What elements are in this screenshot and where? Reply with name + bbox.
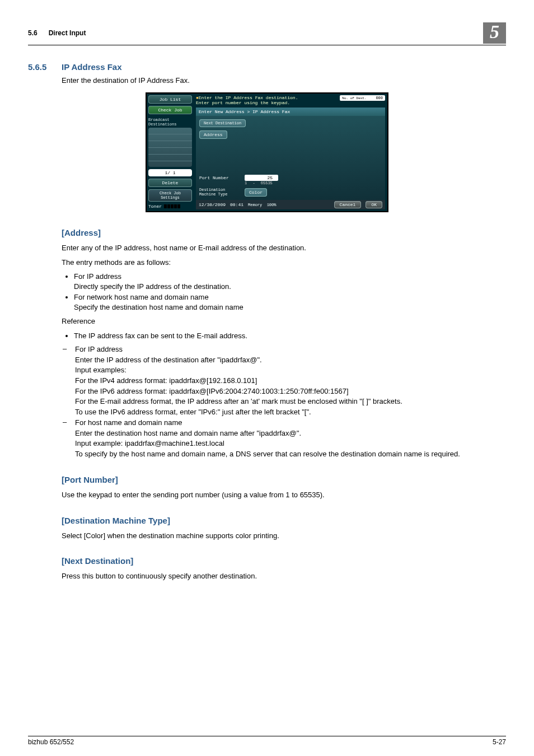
list-item: For IP address Directly specify the IP a… [74,272,506,291]
dmt-heading: [Destination Machine Type] [62,516,506,525]
list-item: – For IP address Enter the IP address of… [63,344,506,417]
dmt-content: Select [Color] when the destination mach… [62,531,506,541]
toner-bars-icon [164,204,180,208]
page-number: 5-27 [493,738,506,746]
next-destination-button[interactable]: Next Destination [199,119,246,127]
page-header: 5.6 Direct Input 5 [28,22,506,45]
dmt-button[interactable]: Color [245,188,267,197]
nextdest-content: Press this button to continuously specif… [62,571,506,581]
cancel-button[interactable]: Cancel [334,201,362,208]
breadcrumb: Enter New Address > IP Address Fax [196,108,385,116]
device-screenshot: Job List Check Job Broadcast Destination… [146,92,388,212]
pager[interactable]: 1/ 1 [148,169,192,176]
date-text: 12/30/2009 [199,202,226,207]
joblist-button[interactable]: Job List [148,95,192,104]
list-item: The IP address fax can be sent to the E-… [74,331,506,341]
product-name: bizhub 652/552 [28,738,74,746]
prompt-text: ●Enter the IP Address Fax destination. E… [196,95,340,108]
toner-indicator: Toner [148,204,192,209]
port-value[interactable]: 25 [245,175,278,181]
address-heading: [Address] [62,228,506,237]
section-number: 5.6.5 [28,62,62,72]
port-content: Use the keypad to enter the sending port… [62,490,506,500]
checkjob-button[interactable]: Check Job [148,106,192,114]
check-settings-button[interactable]: Check Job Settings [148,189,192,202]
page-footer: bizhub 652/552 5-27 [28,736,506,746]
section-intro: Enter the destination of IP Address Fax. [62,76,506,85]
address-content: Enter any of the IP address, host name o… [62,243,506,459]
dest-list [148,128,192,167]
broadcast-label: Broadcast Destinations [148,116,192,128]
delete-button[interactable]: Delete [148,179,192,187]
list-item: – For host name and domain name Enter th… [63,417,506,459]
list-item: For network host name and domain name Sp… [74,292,506,312]
address-button[interactable]: Address [199,130,227,139]
section-heading: 5.6.5 IP Address Fax [28,62,506,72]
no-of-dest-badge: No. of Dest. 000 [340,95,385,101]
header-left: 5.6 Direct Input [28,29,86,37]
toner-label: Toner [148,204,162,209]
port-label: Port Number [199,175,241,180]
chapter-number: 5 [483,22,506,44]
section-title: IP Address Fax [62,62,122,72]
header-title: Direct Input [49,29,86,37]
time-text: 00:41 [230,202,243,207]
port-heading: [Port Number] [62,475,506,484]
ok-button[interactable]: OK [366,201,382,208]
header-section: 5.6 [28,29,38,37]
nextdest-heading: [Next Destination] [62,556,506,566]
dmt-label: Destination Machine Type [199,188,241,197]
